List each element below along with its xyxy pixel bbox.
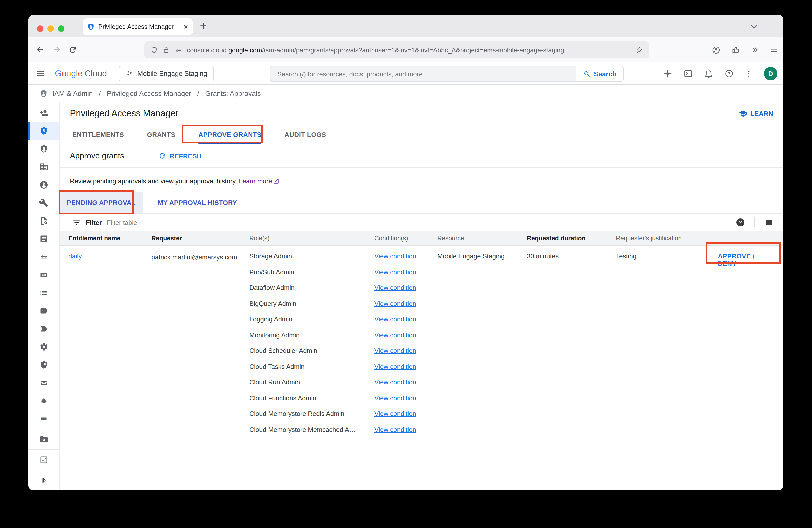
approve-deny-button[interactable]: APPROVE / DENY (718, 249, 770, 438)
notifications-bell-icon[interactable] (704, 69, 713, 78)
sidebar-item-list[interactable] (29, 284, 59, 302)
gcp-header: GoogleCloud Mobile Engage Staging Search… (29, 62, 783, 85)
breadcrumb-section[interactable]: IAM & Admin (53, 89, 93, 98)
column-display-icon[interactable] (765, 218, 773, 227)
view-condition-link[interactable]: View condition (375, 394, 416, 402)
sidebar-item-settings[interactable] (29, 338, 59, 356)
sidebar-item-release-notes[interactable] (29, 451, 59, 469)
iam-sidebar (29, 103, 60, 490)
table-help-icon[interactable]: ? (737, 219, 744, 226)
search-input[interactable] (271, 70, 576, 78)
tracking-shield-icon[interactable] (150, 46, 158, 54)
view-condition-link[interactable]: View condition (375, 347, 416, 354)
filter-table-input[interactable] (107, 219, 731, 226)
google-cloud-logo[interactable]: GoogleCloud (55, 68, 107, 79)
sidebar-item-quotas[interactable] (29, 410, 59, 428)
col-roles[interactable]: Role(s) (249, 235, 375, 242)
minimize-window-button[interactable] (47, 26, 54, 32)
col-resource[interactable]: Resource (437, 235, 527, 242)
subtab-pending-approval[interactable]: PENDING APPROVAL (60, 192, 143, 214)
overflow-chevrons-icon[interactable] (751, 45, 759, 55)
lock-icon[interactable] (162, 46, 170, 54)
refresh-button[interactable]: REFRESH (158, 152, 202, 160)
gemini-sparkle-icon[interactable] (663, 69, 672, 78)
view-condition-link[interactable]: View condition (375, 363, 416, 370)
view-condition-link[interactable]: View condition (375, 300, 416, 307)
project-selector-button[interactable]: Mobile Engage Staging (119, 66, 214, 81)
view-condition-link[interactable]: View condition (375, 268, 416, 276)
view-condition-link[interactable]: View condition (375, 410, 416, 417)
thumbs-up-icon[interactable] (731, 45, 740, 55)
cloud-shell-icon[interactable] (683, 69, 693, 78)
badge-icon (40, 270, 48, 279)
filter-label: Filter (86, 219, 102, 226)
console-search-bar[interactable]: Search (270, 66, 624, 82)
sidebar-item-tags[interactable] (29, 302, 59, 320)
privacy-hat-icon (40, 396, 48, 406)
back-icon[interactable] (35, 45, 45, 55)
tab-audit-logs[interactable]: AUDIT LOGS (285, 125, 326, 144)
sidebar-item-organization[interactable] (29, 158, 59, 176)
sidebar-item-keys[interactable] (29, 248, 59, 266)
entitlement-link[interactable]: daily (69, 252, 82, 260)
learn-more-link[interactable]: Learn more (239, 177, 272, 185)
sidebar-item-service-accounts[interactable] (29, 176, 59, 194)
refresh-icon (158, 152, 166, 160)
view-condition-link[interactable]: View condition (375, 426, 416, 433)
reload-icon[interactable] (69, 45, 77, 54)
tab-grants[interactable]: GRANTS (147, 125, 175, 144)
sidebar-item-manage-resources[interactable] (29, 430, 59, 449)
search-button[interactable]: Search (576, 67, 624, 82)
view-condition-link[interactable]: View condition (375, 379, 416, 386)
col-entitlement-name[interactable]: Entitlement name (69, 235, 151, 242)
sidebar-collapse[interactable] (29, 471, 59, 489)
zoom-window-button[interactable] (58, 26, 64, 32)
sidebar-item-policy[interactable] (29, 230, 59, 248)
account-icon[interactable] (711, 45, 721, 55)
sidebar-item-workload-identity[interactable] (29, 194, 59, 212)
view-condition-link[interactable]: View condition (375, 331, 416, 339)
close-window-button[interactable] (37, 26, 44, 32)
sidebar-item-workforce[interactable] (29, 266, 59, 284)
conditions-cell: View conditionView conditionView conditi… (375, 249, 437, 438)
new-tab-button[interactable] (199, 21, 208, 31)
subtab-my-approval-history[interactable]: MY APPROVAL HISTORY (151, 192, 244, 214)
col-requesters-justification[interactable]: Requester's justification (616, 235, 718, 242)
sidebar-item-essential-contacts[interactable] (29, 374, 59, 392)
sidebar-item-policy-analyzer[interactable] (29, 212, 59, 230)
col-requester[interactable]: Requester (151, 235, 249, 242)
url-text[interactable]: console.cloud.google.com/iam-admin/pam/g… (187, 46, 631, 54)
permissions-icon[interactable] (174, 46, 183, 54)
view-condition-link[interactable]: View condition (375, 252, 416, 260)
tab-approve-grants[interactable]: APPROVE GRANTS (199, 125, 262, 144)
col-conditions[interactable]: Condition(s) (375, 235, 437, 242)
organization-icon (40, 162, 48, 172)
account-avatar[interactable]: D (764, 67, 778, 80)
col-requested-duration[interactable]: Requested duration (527, 235, 616, 242)
roles-cell: Storage AdminPub/Sub AdminDataflow Admin… (249, 249, 375, 438)
list-tabs-chevron-icon[interactable] (750, 22, 758, 31)
learn-button[interactable]: LEARN (739, 109, 773, 118)
sidebar-item-privacy[interactable] (29, 392, 59, 410)
table-header: Entitlement name Requester Role(s) Condi… (60, 231, 783, 246)
sidebar-item-identity[interactable] (29, 140, 59, 158)
more-options-icon[interactable] (745, 70, 753, 78)
view-condition-link[interactable]: View condition (375, 316, 416, 323)
menu-icon[interactable] (769, 45, 779, 55)
breadcrumb-page: Grants: Approvals (205, 89, 261, 98)
policy-analyzer-icon (40, 217, 48, 225)
bookmark-star-icon[interactable] (636, 46, 643, 54)
forward-icon[interactable] (52, 45, 61, 55)
sidebar-item-pam[interactable] (29, 122, 59, 140)
close-tab-icon[interactable] (183, 24, 189, 30)
sidebar-item-security[interactable] (29, 356, 59, 374)
browser-tab[interactable]: Privileged Access Manager – IAM (83, 18, 193, 35)
sidebar-item-iam[interactable] (29, 104, 59, 122)
breadcrumb-app[interactable]: Privileged Access Manager (107, 89, 191, 98)
view-condition-link[interactable]: View condition (375, 284, 416, 292)
help-icon[interactable]: ? (725, 69, 734, 78)
nav-menu-icon[interactable] (36, 69, 46, 78)
tab-entitlements[interactable]: ENTITLEMENTS (72, 125, 124, 144)
sidebar-item-labels[interactable] (29, 320, 59, 338)
url-bar[interactable]: console.cloud.google.com/iam-admin/pam/g… (145, 42, 650, 59)
